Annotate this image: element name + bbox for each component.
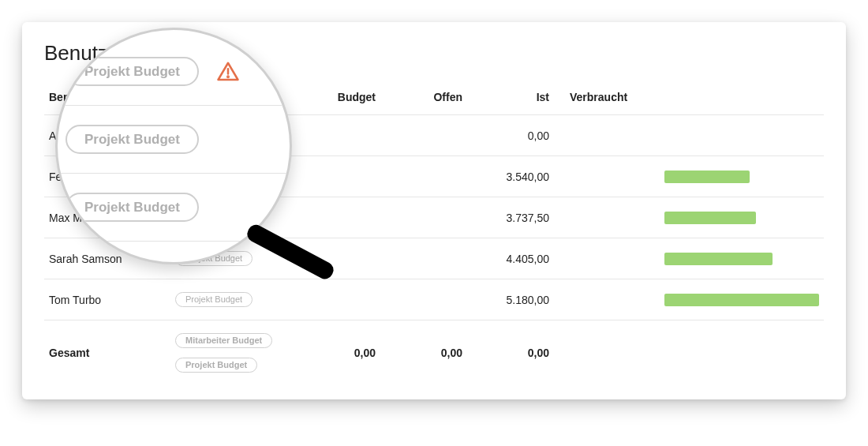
table-row: Sarah Samson Projekt Budget 4.405,00: [44, 238, 824, 279]
table-header-row: Benutzer Budget Offen Ist Verbraucht: [44, 80, 824, 115]
ist-value: 0,00: [478, 115, 565, 156]
user-name: Tom Turbo: [44, 279, 170, 320]
page-title: Benutzer: [44, 41, 824, 66]
ist-value: 4.405,00: [478, 238, 565, 279]
table-row: Max Mustermann Projekt Budget 3.737,50: [44, 197, 824, 238]
col-user: Benutzer: [44, 80, 170, 115]
projekt-budget-pill[interactable]: Projekt Budget: [175, 292, 253, 307]
usage-bar: [664, 171, 750, 183]
col-ist: Ist: [478, 80, 565, 115]
projekt-budget-pill[interactable]: Projekt Budget: [175, 169, 253, 184]
col-offen: Offen: [391, 80, 478, 115]
projekt-budget-pill[interactable]: Projekt Budget: [175, 251, 253, 266]
users-table: Benutzer Budget Offen Ist Verbraucht Ann…: [44, 80, 824, 385]
projekt-budget-pill[interactable]: Projekt Budget: [175, 358, 257, 373]
user-name: Anna Arbeit: [44, 115, 170, 156]
ist-value: 3.540,00: [478, 156, 565, 197]
col-badge: [170, 80, 305, 115]
usage-bar: [664, 212, 756, 224]
col-budget: Budget: [305, 80, 391, 115]
usage-bar: [664, 294, 819, 306]
usage-bar: [664, 253, 773, 265]
ist-value: 5.180,00: [478, 279, 565, 320]
table-total-row: Gesamt Mitarbeiter Budget Projekt Budget…: [44, 320, 824, 386]
table-row: Anna Arbeit Projekt Budget 0,00: [44, 115, 824, 156]
ist-value: 3.737,50: [478, 197, 565, 238]
user-name: Max Mustermann: [44, 197, 170, 238]
table-row: Tom Turbo Projekt Budget 5.180,00: [44, 279, 824, 320]
total-offen: 0,00: [391, 320, 478, 386]
users-card: Benutzer Benutzer Budget Offen Ist Verbr…: [22, 22, 846, 399]
mitarbeiter-budget-pill[interactable]: Mitarbeiter Budget: [175, 333, 272, 348]
col-verbraucht: Verbraucht: [565, 80, 660, 115]
user-name: Sarah Samson: [44, 238, 170, 279]
projekt-budget-pill[interactable]: Projekt Budget: [175, 210, 253, 225]
user-name: Felix Frisch: [44, 156, 170, 197]
col-bar: [660, 80, 824, 115]
total-ist: 0,00: [478, 320, 565, 386]
total-budget: 0,00: [305, 320, 391, 386]
total-label: Gesamt: [44, 320, 170, 386]
table-row: Felix Frisch Projekt Budget 3.540,00: [44, 156, 824, 197]
projekt-budget-pill[interactable]: Projekt Budget: [175, 128, 253, 143]
